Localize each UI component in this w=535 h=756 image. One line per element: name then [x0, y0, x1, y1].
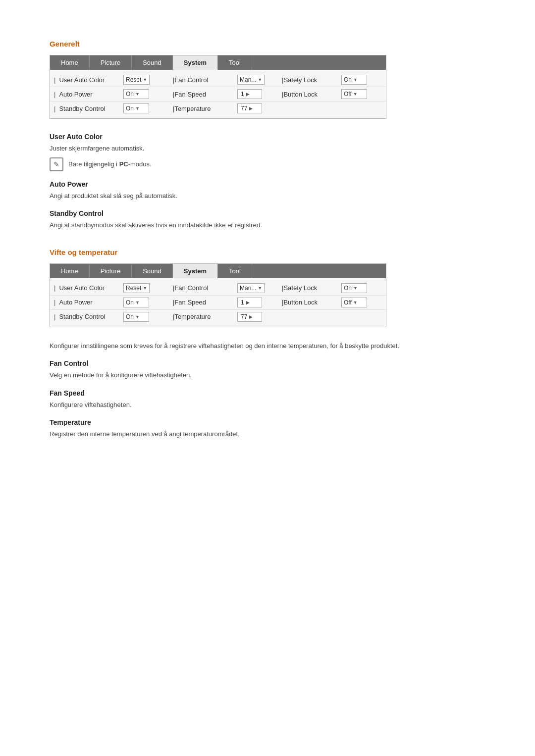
col-label-auto-power-2: | Auto Power: [54, 299, 123, 306]
col-control-on-auto[interactable]: On ▼: [123, 89, 173, 99]
dropdown-reset-2[interactable]: Reset ▼: [123, 283, 150, 293]
dropdown-man[interactable]: Man... ▼: [237, 75, 265, 85]
body-temperature: Registrer den interne temperaturen ved å…: [50, 429, 485, 439]
col-control-speed-1[interactable]: 1 ▶: [237, 89, 282, 99]
col-label-user-auto-color-2: | User Auto Color: [54, 284, 123, 292]
tab-picture-2[interactable]: Picture: [90, 264, 132, 278]
label-fan-speed-2: Fan Speed: [174, 299, 206, 306]
dropdown-off-2[interactable]: Off ▼: [341, 298, 367, 307]
dropdown-man-2-value: Man...: [240, 285, 256, 292]
dropdown-on-1[interactable]: On ▼: [341, 75, 367, 85]
col-control-off-1[interactable]: Off ▼: [341, 89, 381, 99]
col-control-temp-1[interactable]: 77 ▶: [237, 103, 282, 113]
col-label-button-lock-2: | Button Lock: [282, 299, 341, 306]
table-row: | User Auto Color Reset ▼ | Fan Control: [50, 73, 386, 87]
tab-sound-1[interactable]: Sound: [132, 55, 173, 70]
col-control-reset[interactable]: Reset ▼: [123, 75, 173, 85]
col-label-safety-lock: | Safety Lock: [282, 76, 341, 84]
stepper-speed-2-arrow: ▶: [246, 300, 250, 305]
tab-sound-2[interactable]: Sound: [132, 264, 173, 278]
stepper-speed-1[interactable]: 1 ▶: [237, 89, 262, 99]
col-label-standby-2: | Standby Control: [54, 313, 123, 320]
tab-picture-1[interactable]: Picture: [90, 55, 132, 70]
stepper-temp-2-arrow: ▶: [249, 314, 253, 319]
col-control-speed-2[interactable]: 1 ▶: [237, 298, 282, 307]
tab-system-2[interactable]: System: [173, 264, 218, 278]
subsection-auto-power: Auto Power: [50, 180, 485, 188]
note-box-pc: ✎ Bare tilgjengelig i PC-modus.: [50, 157, 485, 171]
col-control-off-2[interactable]: Off ▼: [341, 298, 381, 307]
dropdown-off-1[interactable]: Off ▼: [341, 89, 367, 99]
col-control-reset-2[interactable]: Reset ▼: [123, 283, 173, 293]
tab-home-1[interactable]: Home: [50, 55, 90, 70]
col-label-standby-control: | Standby Control: [54, 105, 123, 112]
label-safety-lock-2: Safety Lock: [283, 284, 317, 292]
tab-system-1[interactable]: System: [173, 55, 218, 70]
stepper-temp-1[interactable]: 77 ▶: [237, 103, 262, 113]
label-user-auto-color: User Auto Color: [59, 76, 105, 84]
section-vifte: Vifte og temperatur Home Picture Sound S…: [50, 248, 485, 439]
label-fan-control-2: Fan Control: [174, 284, 208, 292]
dropdown-man-arrow: ▼: [258, 77, 262, 82]
stepper-speed-1-arrow: ▶: [246, 92, 250, 97]
subsection-fan-control: Fan Control: [50, 359, 485, 367]
stepper-speed-2[interactable]: 1 ▶: [237, 298, 262, 307]
section-generelt: Generelt Home Picture Sound System Tool …: [50, 40, 485, 230]
col-label-temperature-2: | Temperature: [173, 313, 237, 320]
label-temperature: Temperature: [174, 105, 211, 112]
section-title-vifte: Vifte og temperatur: [50, 248, 485, 256]
table-body-generelt: | User Auto Color Reset ▼ | Fan Control: [50, 70, 386, 118]
dropdown-on-auto-value: On: [126, 91, 134, 98]
stepper-temp-1-value: 77: [241, 105, 247, 112]
dropdown-on-standby[interactable]: On ▼: [123, 103, 149, 113]
col-control-on-standby-2[interactable]: On ▼: [123, 312, 173, 322]
dropdown-on-auto-2[interactable]: On ▼: [123, 298, 149, 307]
section-title-generelt: Generelt: [50, 40, 485, 48]
body-user-auto-color: Juster skjermfargene automatisk.: [50, 144, 485, 153]
dropdown-off-1-arrow: ▼: [353, 92, 358, 97]
col-label-fan-speed: | Fan Speed: [173, 91, 237, 98]
col-label-fan-control-2: | Fan Control: [173, 284, 237, 292]
col-control-on-standby[interactable]: On ▼: [123, 103, 173, 113]
stepper-temp-2-value: 77: [241, 313, 247, 320]
label-temperature-2: Temperature: [174, 313, 211, 320]
dropdown-off-2-arrow: ▼: [353, 300, 358, 305]
dropdown-on-1-value: On: [344, 76, 352, 83]
dropdown-on-2[interactable]: On ▼: [341, 283, 367, 293]
dropdown-man-2-arrow: ▼: [258, 286, 262, 291]
tab-tool-2[interactable]: Tool: [218, 264, 252, 278]
col-control-man[interactable]: Man... ▼: [237, 75, 282, 85]
stepper-speed-2-value: 1: [241, 299, 244, 306]
body-fan-speed: Konfigurere viftehastigheten.: [50, 400, 485, 410]
col-control-on-1[interactable]: On ▼: [341, 75, 381, 85]
label-button-lock-2: Button Lock: [283, 299, 318, 306]
dropdown-on-standby-value: On: [126, 105, 134, 112]
dropdown-off-1-value: Off: [344, 91, 352, 98]
dropdown-man-value: Man...: [240, 76, 256, 83]
col-label-user-auto-color: | User Auto Color: [54, 76, 123, 84]
label-auto-power-2: Auto Power: [59, 299, 92, 306]
ui-table-generelt: Home Picture Sound System Tool | User Au…: [50, 55, 386, 119]
tab-home-2[interactable]: Home: [50, 264, 90, 278]
dropdown-man-2[interactable]: Man... ▼: [237, 283, 265, 293]
label-fan-control: Fan Control: [174, 76, 208, 84]
ui-table-vifte: Home Picture Sound System Tool | User Au…: [50, 263, 386, 327]
dropdown-on-standby-2-arrow: ▼: [135, 314, 140, 319]
col-control-on-2[interactable]: On ▼: [341, 283, 381, 293]
note-text-pc: Bare tilgjengelig i PC-modus.: [68, 160, 152, 168]
col-control-man-2[interactable]: Man... ▼: [237, 283, 282, 293]
col-label-safety-lock-2: | Safety Lock: [282, 284, 341, 292]
dropdown-on-standby-2[interactable]: On ▼: [123, 312, 149, 322]
col-control-temp-2[interactable]: 77 ▶: [237, 312, 282, 322]
label-auto-power: Auto Power: [59, 91, 92, 98]
stepper-temp-2[interactable]: 77 ▶: [237, 312, 262, 322]
table-row: | Auto Power On ▼ | Fan Speed: [50, 87, 386, 101]
dropdown-on-auto[interactable]: On ▼: [123, 89, 149, 99]
dropdown-reset[interactable]: Reset ▼: [123, 75, 150, 85]
tab-header-vifte: Home Picture Sound System Tool: [50, 264, 386, 278]
body-fan-control: Velg en metode for å konfigurere vifteha…: [50, 370, 485, 380]
col-control-on-auto-2[interactable]: On ▼: [123, 298, 173, 307]
tab-tool-1[interactable]: Tool: [218, 55, 252, 70]
label-user-auto-color-2: User Auto Color: [59, 284, 105, 292]
note-icon: ✎: [50, 157, 63, 171]
